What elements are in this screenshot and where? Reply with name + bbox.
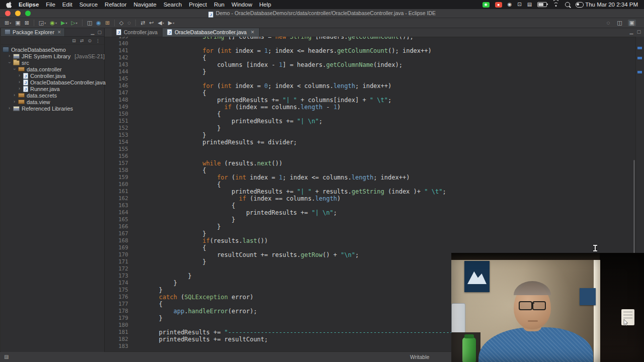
new-package-icon[interactable]: ⊞ xyxy=(104,20,111,26)
java-perspective-icon[interactable]: ▣ xyxy=(628,20,636,26)
code-line[interactable]: 147 { xyxy=(105,89,636,97)
code-line[interactable]: 159 for (int index = 1; index <= columns… xyxy=(105,174,636,181)
expanded-arrow-icon[interactable]: › xyxy=(7,61,12,64)
code-line[interactable]: 153 } xyxy=(105,132,636,139)
new-java-project-icon[interactable]: ◫ xyxy=(86,20,94,26)
coverage-icon[interactable]: ◲▾ xyxy=(37,20,47,26)
code-line[interactable]: 161 printedResults += "| " + results.get… xyxy=(105,188,636,195)
new-class-icon[interactable]: ◉ xyxy=(95,20,103,26)
close-tab-icon[interactable]: ✕ xyxy=(251,30,255,35)
mark-occurrences-icon[interactable]: ⇄ xyxy=(139,20,146,26)
new-wizard-icon[interactable]: ⊞▾ xyxy=(3,20,13,26)
tree-item-data-view[interactable]: ›data.view xyxy=(1,99,104,105)
toolbar-search-icon[interactable]: ◌ xyxy=(605,20,612,26)
code-line[interactable]: 149 if (index == columns.length - 1) xyxy=(105,104,636,111)
link-editor-icon[interactable]: ⇄ xyxy=(80,38,84,43)
code-line[interactable]: 144 } xyxy=(105,68,636,75)
control-center-icon[interactable] xyxy=(576,2,584,8)
code-line[interactable]: 154 printedResults += divider; xyxy=(105,139,636,146)
menu-file[interactable]: File xyxy=(42,2,59,8)
code-line[interactable]: 146 for (int index = 0; index < columns.… xyxy=(105,82,636,89)
editor-tab-controller-java[interactable]: JController.java xyxy=(112,28,163,37)
status-corner-icon[interactable]: ▨ xyxy=(4,354,9,359)
maximize-view-icon[interactable]: ▢ xyxy=(97,30,102,35)
focus-icon[interactable]: ⊙ xyxy=(88,38,92,43)
spotlight-icon[interactable] xyxy=(565,2,570,7)
print-icon[interactable]: ⊠ xyxy=(23,20,31,26)
collapse-all-icon[interactable]: ⊟ xyxy=(72,38,76,43)
wifi-icon[interactable] xyxy=(552,2,559,7)
tree-item-data-controller[interactable]: ›data.controller xyxy=(1,66,104,72)
menu-source[interactable]: Source xyxy=(76,2,101,8)
code-line[interactable]: 143 columns [index - 1] = headers.getCol… xyxy=(105,61,636,68)
collapsed-arrow-icon[interactable]: › xyxy=(18,80,21,84)
stop-record-icon[interactable]: ■ xyxy=(495,2,502,8)
menu-search[interactable]: Search xyxy=(160,2,185,8)
code-line[interactable]: 156 xyxy=(105,153,636,160)
code-line[interactable]: 145 xyxy=(105,75,636,82)
debug-icon[interactable]: ◉▾ xyxy=(48,20,58,26)
menu-window[interactable]: Window xyxy=(228,2,256,8)
collapsed-arrow-icon[interactable]: › xyxy=(18,86,21,91)
code-line[interactable]: 164 printedResults += "| \n"; xyxy=(105,209,636,216)
menu-edit[interactable]: Edit xyxy=(59,2,76,8)
menu-navigate[interactable]: Navigate xyxy=(130,2,160,8)
occurrence-marker[interactable] xyxy=(637,47,642,49)
code-line[interactable]: 157 while (results.next()) xyxy=(105,160,636,167)
minimize-view-icon[interactable]: ▁ xyxy=(91,30,95,35)
code-line[interactable]: 169 { xyxy=(105,244,636,251)
apple-menu-icon[interactable] xyxy=(6,1,15,8)
code-line[interactable]: 150 { xyxy=(105,111,636,118)
code-line[interactable]: 140 xyxy=(105,40,636,47)
code-line[interactable]: 142 { xyxy=(105,54,636,61)
code-line[interactable]: 163 { xyxy=(105,202,636,209)
tree-item-oracledatabasecontroller-java[interactable]: ›JOracleDatabaseController.java xyxy=(1,79,104,85)
open-type-icon[interactable]: ◇ xyxy=(118,20,125,26)
tree-item-controller-java[interactable]: ›JController.java xyxy=(1,72,104,79)
menu-run[interactable]: Run xyxy=(210,2,228,8)
code-line[interactable]: 152 } xyxy=(105,125,636,132)
minimize-editor-icon[interactable]: ▁ xyxy=(630,29,633,34)
code-line[interactable]: 165 } xyxy=(105,216,636,223)
menubar-clock[interactable]: Thu Mar 20 2:34 PM xyxy=(585,2,638,8)
back-icon[interactable]: ◀▾ xyxy=(156,20,166,26)
run-icon[interactable]: ▶▾ xyxy=(59,20,68,26)
tree-item-referenced-libraries[interactable]: ›Referenced Libraries xyxy=(1,105,104,112)
save-icon[interactable]: ▣ xyxy=(14,20,22,26)
battery-icon[interactable] xyxy=(537,2,547,7)
collapsed-arrow-icon[interactable]: › xyxy=(13,100,16,104)
close-view-icon[interactable]: ✕ xyxy=(57,30,61,35)
maximize-editor-icon[interactable]: ▢ xyxy=(636,29,641,34)
search-icon[interactable]: ◌ xyxy=(126,20,133,26)
code-line[interactable]: 148 printedResults += "| " + columns[ind… xyxy=(105,97,636,104)
tree-item-data-secrets[interactable]: ›data.secrets xyxy=(1,92,104,99)
last-edit-icon[interactable]: ↩ xyxy=(147,20,155,26)
menu-eclipse[interactable]: Eclipse xyxy=(15,2,42,8)
vertical-scrollbar[interactable] xyxy=(633,160,635,258)
forward-icon[interactable]: ▶▾ xyxy=(167,20,176,26)
code-line[interactable]: 155 xyxy=(105,146,636,153)
tab-package-explorer[interactable]: Package Explorer ✕ xyxy=(1,28,65,36)
occurrence-marker[interactable] xyxy=(637,57,642,59)
external-tools-icon[interactable]: ▷▾ xyxy=(69,20,78,26)
collapsed-arrow-icon[interactable]: › xyxy=(8,106,11,111)
tree-item-oracledatabasedemo[interactable]: OracleDatabaseDemo xyxy=(1,46,104,53)
collapsed-arrow-icon[interactable]: › xyxy=(8,54,11,58)
open-perspective-icon[interactable]: ◫ xyxy=(615,20,623,26)
tree-item-src[interactable]: ›src xyxy=(1,59,104,66)
collapsed-arrow-icon[interactable]: › xyxy=(18,73,21,78)
tree-item-jre-system-library[interactable]: ›JRE System Library[JavaSE-21] xyxy=(1,53,104,59)
expanded-arrow-icon[interactable]: › xyxy=(12,67,17,71)
code-line[interactable]: 160 { xyxy=(105,181,636,188)
menu-project[interactable]: Project xyxy=(185,2,210,8)
code-line[interactable]: 151 printedResults += "| \n"; xyxy=(105,118,636,125)
code-line[interactable]: 166 } xyxy=(105,223,636,230)
code-line[interactable]: 139 String [] columns = new String [head… xyxy=(105,37,636,40)
tree-item-runner-java[interactable]: ›JRunner.java xyxy=(1,85,104,92)
keyboard-icon[interactable]: ▤ xyxy=(527,2,532,7)
display-icon[interactable]: ⊡ xyxy=(517,2,521,7)
code-line[interactable]: 167 } xyxy=(105,230,636,237)
code-line[interactable]: 168 if(results.last()) xyxy=(105,237,636,244)
menu-refactor[interactable]: Refactor xyxy=(101,2,130,8)
occurrence-marker[interactable] xyxy=(637,71,642,73)
